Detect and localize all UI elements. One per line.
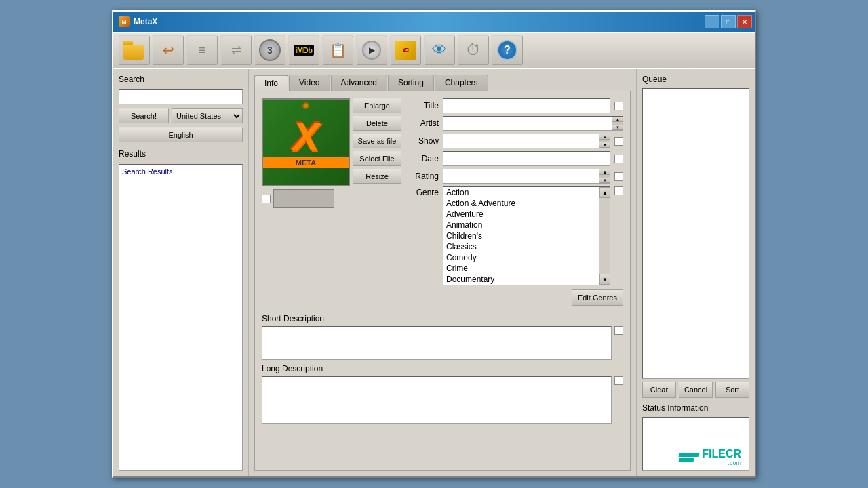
play-icon: ▶: [362, 41, 381, 60]
title-input[interactable]: [443, 98, 610, 113]
time-machine-button[interactable]: ⏱: [458, 35, 489, 65]
resize-button[interactable]: Resize: [353, 169, 401, 184]
genre-list: Action Action & Adventure Adventure Anim…: [443, 187, 599, 285]
minimize-button[interactable]: −: [705, 15, 719, 28]
back-button[interactable]: ↩: [153, 35, 184, 65]
search-section-label: Search: [119, 75, 243, 84]
tab-info[interactable]: Info: [254, 75, 288, 91]
back-arrow-icon: ↩: [163, 42, 174, 58]
short-desc-textarea[interactable]: [262, 326, 612, 360]
titlebar-controls: − □ ✕: [705, 15, 752, 28]
short-desc-label: Short Description: [262, 314, 623, 323]
metax-logo: X META: [263, 100, 349, 185]
date-input[interactable]: [443, 151, 610, 166]
rating-input-container: ▲ ▼: [443, 169, 610, 184]
artwork-preview: X META: [262, 98, 350, 186]
short-desc-section: Short Description: [262, 314, 623, 360]
genre-scroll-up[interactable]: ▲: [599, 187, 610, 198]
genre-scroll-down[interactable]: ▼: [599, 274, 610, 285]
list-button[interactable]: ≡: [186, 35, 218, 65]
genre-item-crime[interactable]: Crime: [443, 263, 599, 274]
search-button[interactable]: Search!: [119, 108, 169, 123]
long-desc-checkbox[interactable]: [614, 376, 623, 385]
tab-sorting[interactable]: Sorting: [388, 75, 434, 91]
genre-item-action-adventure[interactable]: Action & Adventure: [443, 198, 599, 209]
artist-input[interactable]: [443, 117, 612, 130]
show-label: Show: [408, 136, 439, 146]
rating-scroll-down[interactable]: ▼: [599, 178, 610, 183]
long-desc-textarea[interactable]: [262, 376, 612, 424]
target-button[interactable]: 3: [254, 35, 285, 65]
results-list: Search Results: [119, 164, 243, 471]
results-header: Search Results: [121, 166, 241, 177]
title-label: Title: [408, 101, 439, 110]
edit-genres-button[interactable]: Edit Genres: [572, 289, 623, 306]
results-section-label: Results: [119, 149, 243, 159]
notes-icon: 📋: [330, 42, 347, 58]
genre-item-classics[interactable]: Classics: [443, 241, 599, 252]
genre-item-animation[interactable]: Animation: [443, 220, 599, 230]
mixer-icon: ⇌: [231, 43, 241, 58]
long-desc-row: [262, 376, 623, 424]
tab-advanced[interactable]: Advanced: [331, 75, 387, 91]
short-desc-checkbox[interactable]: [614, 326, 623, 335]
genre-item-documentary[interactable]: Documentary: [443, 274, 599, 285]
tab-chapters[interactable]: Chapters: [435, 75, 488, 91]
clear-button[interactable]: Clear: [642, 382, 676, 398]
image-checkbox[interactable]: [262, 195, 271, 203]
rating-checkbox[interactable]: [614, 172, 623, 181]
titlebar: M MetaX − □ ✕: [113, 12, 755, 32]
long-desc-section: Long Description: [262, 364, 623, 424]
play-button[interactable]: ▶: [356, 35, 387, 65]
notes-button[interactable]: 📋: [322, 35, 353, 65]
genre-item-adventure[interactable]: Adventure: [443, 209, 599, 220]
show-row: Show ▲ ▼: [408, 134, 623, 148]
help-button[interactable]: ?: [492, 35, 523, 65]
title-row: Title: [408, 98, 623, 113]
genre-item-comedy[interactable]: Comedy: [443, 252, 599, 263]
titlebar-left: M MetaX: [119, 16, 157, 27]
rating-scrollbar: ▲ ▼: [599, 169, 610, 183]
enlarge-button[interactable]: Enlarge: [353, 98, 401, 113]
close-button[interactable]: ✕: [737, 15, 752, 28]
genre-item-action[interactable]: Action: [443, 187, 599, 198]
main-panel: Info Video Advanced Sorting Chapters: [249, 69, 636, 476]
left-panel: Search Search! United States United King…: [113, 69, 249, 476]
rating-input[interactable]: [443, 169, 599, 183]
search-input[interactable]: [119, 89, 243, 104]
genre-checkbox[interactable]: [614, 186, 623, 195]
window-title: MetaX: [134, 17, 157, 26]
restore-button[interactable]: □: [721, 15, 736, 28]
artist-scroll-up[interactable]: ▲: [612, 117, 623, 122]
queue-buttons: Clear Cancel Sort: [642, 382, 749, 398]
artist-scroll-down[interactable]: ▼: [612, 125, 623, 130]
mixer-button[interactable]: ⇌: [220, 35, 252, 65]
show-scroll-down[interactable]: ▼: [599, 142, 610, 148]
title-checkbox[interactable]: [614, 102, 623, 110]
tag-button[interactable]: 🏷: [390, 35, 421, 65]
show-scroll-up[interactable]: ▲: [599, 134, 610, 140]
open-folder-button[interactable]: [119, 35, 150, 65]
artist-row: Artist ▲ ▼: [408, 116, 623, 131]
tab-video[interactable]: Video: [289, 75, 330, 91]
monitor-button[interactable]: 👁: [424, 35, 455, 65]
list-icon: ≡: [199, 43, 206, 58]
save-as-file-button[interactable]: Save as file: [353, 134, 401, 148]
image-buttons: Enlarge Delete Save as file Select File …: [353, 98, 401, 184]
country-select[interactable]: United States United Kingdom Canada: [172, 108, 243, 123]
delete-button[interactable]: Delete: [353, 116, 401, 131]
search-row: Search! United States United Kingdom Can…: [119, 108, 243, 123]
language-button[interactable]: English: [119, 127, 243, 142]
artist-input-container: ▲ ▼: [443, 116, 623, 131]
genre-row: Genre Action Action & Adventure Adventur…: [408, 186, 623, 285]
show-checkbox[interactable]: [614, 137, 623, 146]
rating-scroll-up[interactable]: ▲: [599, 169, 610, 175]
toolbar: ↩ ≡ ⇌ 3 iMDb 📋 ▶ 🏷 👁: [113, 32, 755, 69]
show-input[interactable]: [443, 134, 599, 148]
imdb-button[interactable]: iMDb: [288, 35, 319, 65]
select-file-button[interactable]: Select File: [353, 151, 401, 166]
sort-button[interactable]: Sort: [715, 382, 749, 398]
cancel-button[interactable]: Cancel: [679, 382, 713, 398]
date-checkbox[interactable]: [614, 155, 623, 163]
genre-item-childrens[interactable]: Children's: [443, 230, 599, 241]
